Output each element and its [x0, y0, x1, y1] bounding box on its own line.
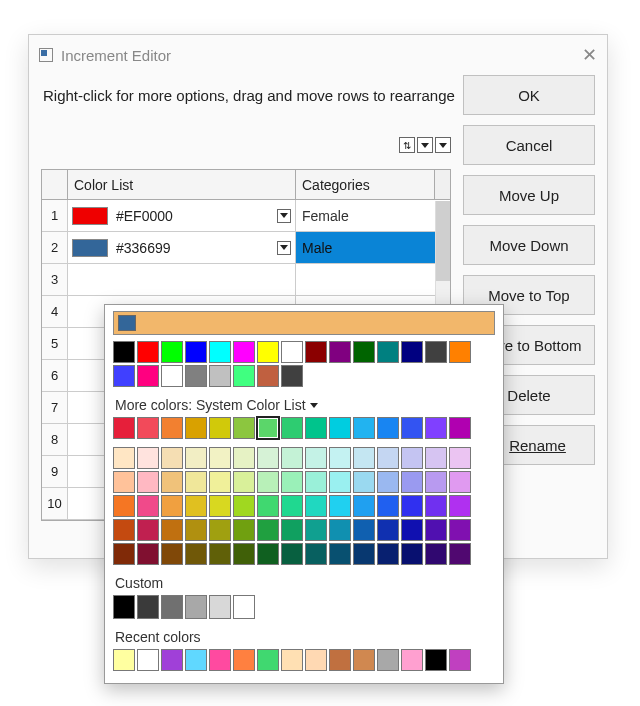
color-swatch[interactable] — [425, 495, 447, 517]
color-swatch[interactable] — [449, 341, 471, 363]
color-swatch[interactable] — [233, 417, 255, 439]
color-swatch[interactable] — [353, 519, 375, 541]
color-swatch[interactable] — [305, 447, 327, 469]
color-swatch[interactable] — [329, 417, 351, 439]
color-swatch[interactable] — [353, 495, 375, 517]
color-swatch[interactable] — [161, 649, 183, 671]
chevron-down-icon[interactable] — [277, 209, 291, 223]
color-swatch[interactable] — [113, 543, 135, 565]
color-swatch[interactable] — [113, 595, 135, 619]
table-row[interactable]: 1 #EF0000 Female — [42, 200, 450, 232]
color-swatch[interactable] — [185, 543, 207, 565]
color-swatch[interactable] — [401, 341, 423, 363]
color-swatch[interactable] — [209, 649, 231, 671]
color-swatch[interactable] — [209, 447, 231, 469]
color-swatch[interactable] — [257, 495, 279, 517]
color-swatch[interactable] — [113, 649, 135, 671]
scrollbar-thumb[interactable] — [436, 201, 450, 281]
color-swatch[interactable] — [209, 595, 231, 619]
color-swatch[interactable] — [377, 341, 399, 363]
color-swatch[interactable] — [137, 595, 159, 619]
color-swatch[interactable] — [113, 471, 135, 493]
color-swatch[interactable] — [329, 447, 351, 469]
close-icon[interactable]: ✕ — [582, 44, 597, 66]
color-swatch[interactable] — [161, 595, 183, 619]
color-swatch[interactable] — [209, 365, 231, 387]
color-swatch[interactable] — [209, 341, 231, 363]
color-swatch[interactable] — [353, 341, 375, 363]
current-color-bar[interactable] — [113, 311, 495, 335]
color-swatch[interactable] — [353, 447, 375, 469]
color-swatch[interactable] — [425, 447, 447, 469]
color-swatch[interactable] — [185, 447, 207, 469]
color-swatch[interactable] — [377, 495, 399, 517]
color-swatch[interactable] — [209, 543, 231, 565]
color-swatch[interactable] — [353, 649, 375, 671]
color-swatch[interactable] — [281, 471, 303, 493]
color-swatch[interactable] — [329, 543, 351, 565]
color-swatch[interactable] — [353, 471, 375, 493]
color-swatch[interactable] — [257, 519, 279, 541]
color-swatch[interactable] — [137, 471, 159, 493]
color-swatch[interactable] — [137, 543, 159, 565]
color-swatch[interactable] — [161, 543, 183, 565]
color-swatch[interactable] — [425, 417, 447, 439]
color-swatch[interactable] — [161, 417, 183, 439]
color-swatch[interactable] — [113, 417, 135, 439]
color-swatch[interactable] — [137, 341, 159, 363]
color-swatch[interactable] — [425, 543, 447, 565]
color-swatch[interactable] — [305, 417, 327, 439]
color-swatch[interactable] — [449, 495, 471, 517]
color-swatch[interactable] — [329, 495, 351, 517]
color-swatch[interactable] — [449, 471, 471, 493]
color-swatch[interactable] — [401, 417, 423, 439]
color-swatch[interactable] — [185, 365, 207, 387]
color-swatch[interactable] — [161, 519, 183, 541]
color-swatch[interactable] — [377, 471, 399, 493]
color-swatch[interactable] — [233, 471, 255, 493]
color-swatch[interactable] — [449, 417, 471, 439]
color-swatch[interactable] — [377, 543, 399, 565]
color-swatch[interactable] — [113, 365, 135, 387]
color-swatch[interactable] — [329, 519, 351, 541]
color-swatch[interactable] — [257, 341, 279, 363]
color-swatch[interactable] — [377, 447, 399, 469]
color-swatch[interactable] — [257, 543, 279, 565]
color-swatch[interactable] — [353, 543, 375, 565]
ok-button[interactable]: OK — [463, 75, 595, 115]
color-swatch[interactable] — [185, 471, 207, 493]
category-cell[interactable] — [296, 264, 450, 295]
color-swatch[interactable] — [233, 649, 255, 671]
color-swatch[interactable] — [401, 519, 423, 541]
color-swatch[interactable] — [305, 543, 327, 565]
color-swatch[interactable] — [305, 649, 327, 671]
color-swatch[interactable] — [161, 447, 183, 469]
color-swatch[interactable] — [401, 495, 423, 517]
color-swatch[interactable] — [137, 519, 159, 541]
color-swatch[interactable] — [209, 495, 231, 517]
color-swatch[interactable] — [137, 447, 159, 469]
color-swatch[interactable] — [161, 471, 183, 493]
color-swatch[interactable] — [257, 417, 279, 439]
color-swatch[interactable] — [161, 341, 183, 363]
color-swatch[interactable] — [257, 365, 279, 387]
color-swatch[interactable] — [185, 495, 207, 517]
color-swatch[interactable] — [305, 495, 327, 517]
color-swatch[interactable] — [425, 519, 447, 541]
color-swatch[interactable] — [329, 341, 351, 363]
color-swatch[interactable] — [185, 341, 207, 363]
color-swatch[interactable] — [209, 519, 231, 541]
color-swatch[interactable] — [233, 519, 255, 541]
sort-desc-icon[interactable] — [435, 137, 451, 153]
color-swatch[interactable] — [449, 543, 471, 565]
color-swatch[interactable] — [449, 649, 471, 671]
color-cell[interactable] — [68, 264, 296, 295]
header-colorlist[interactable]: Color List — [68, 170, 296, 199]
color-swatch[interactable] — [401, 471, 423, 493]
color-swatch[interactable] — [113, 447, 135, 469]
move-up-button[interactable]: Move Up — [463, 175, 595, 215]
color-swatch[interactable] — [281, 495, 303, 517]
color-swatch[interactable] — [425, 341, 447, 363]
color-swatch[interactable] — [257, 649, 279, 671]
color-swatch[interactable] — [185, 649, 207, 671]
